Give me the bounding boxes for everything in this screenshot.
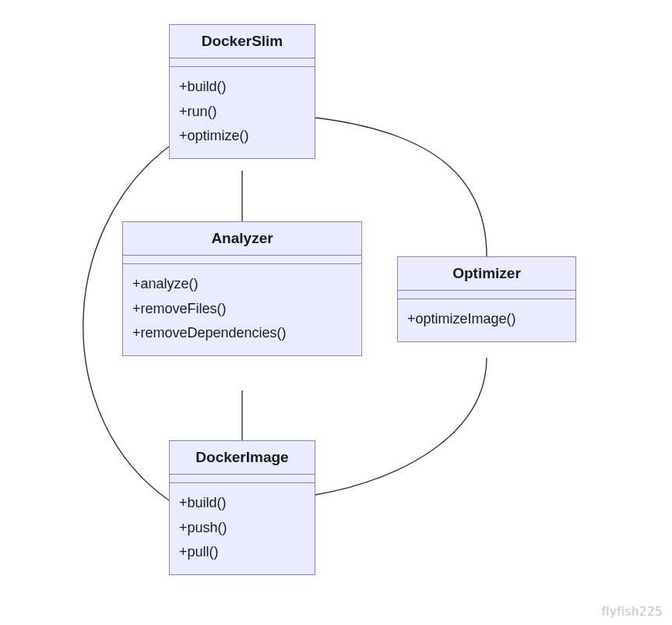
class-title: DockerImage: [170, 441, 315, 475]
class-methods: +build() +push() +pull(): [170, 483, 315, 574]
method: +build(): [179, 75, 305, 100]
method: +analyze(): [132, 272, 352, 297]
class-attributes-empty: [123, 256, 361, 264]
method: +removeFiles(): [132, 297, 352, 322]
watermark: flyfish225: [601, 605, 663, 619]
class-box-analyzer: Analyzer +analyze() +removeFiles() +remo…: [122, 221, 362, 356]
method: +pull(): [179, 540, 305, 565]
class-box-dockerimage: DockerImage +build() +push() +pull(): [169, 440, 315, 575]
method: +build(): [179, 491, 305, 516]
class-methods: +optimizeImage(): [398, 299, 575, 341]
class-attributes-empty: [170, 475, 315, 483]
method: +optimizeImage(): [407, 307, 566, 332]
class-attributes-empty: [398, 291, 575, 299]
class-attributes-empty: [170, 58, 315, 67]
class-title: DockerSlim: [170, 25, 315, 58]
class-methods: +analyze() +removeFiles() +removeDepende…: [123, 264, 361, 355]
method: +removeDependencies(): [132, 321, 352, 346]
class-box-optimizer: Optimizer +optimizeImage(): [397, 256, 576, 342]
class-title: Analyzer: [123, 222, 361, 256]
method: +push(): [179, 516, 305, 541]
class-methods: +build() +run() +optimize(): [170, 67, 315, 158]
class-box-dockerslim: DockerSlim +build() +run() +optimize(): [169, 24, 315, 159]
class-title: Optimizer: [398, 257, 575, 291]
method: +optimize(): [179, 124, 305, 149]
method: +run(): [179, 100, 305, 125]
